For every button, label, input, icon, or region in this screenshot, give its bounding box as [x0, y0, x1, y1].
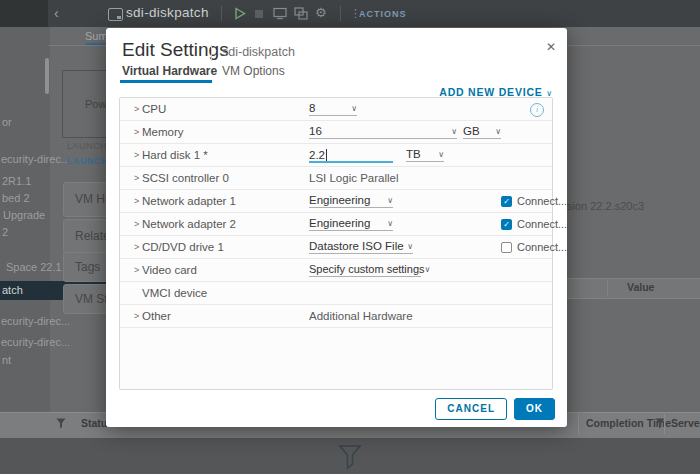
network-2-connect: ✓ Connect... — [496, 218, 567, 230]
title-divider — [211, 45, 212, 61]
expand-chevron-icon[interactable]: > — [134, 127, 142, 137]
cancel-button[interactable]: CANCEL — [435, 398, 507, 420]
tree-item[interactable]: 2R1.1 — [2, 175, 31, 187]
ok-button[interactable]: OK — [514, 398, 555, 420]
video-card-dropdown[interactable]: Specify custom settings∨ — [309, 263, 421, 277]
tree-item[interactable]: ecurity-direc... — [1, 336, 70, 348]
dialog-title: Edit Settings — [122, 39, 229, 61]
row-cd-dvd-drive: > CD/DVD drive 1 Datastore ISO File∨ Con… — [120, 236, 552, 259]
connect-checkbox-checked[interactable]: ✓ — [501, 219, 512, 230]
column-divider — [607, 278, 608, 297]
tree-item[interactable]: nt — [2, 354, 11, 366]
expand-chevron-icon[interactable]: > — [134, 196, 142, 206]
power-off-icon[interactable] — [255, 10, 263, 18]
network-1-dropdown[interactable]: Engineering∨ — [309, 194, 393, 208]
network-2-dropdown[interactable]: Engineering∨ — [309, 217, 393, 231]
empty-filter-funnel-icon — [338, 444, 362, 470]
row-scsi-controller: > SCSI controller 0 LSI Logic Parallel — [120, 167, 552, 190]
clone-icon[interactable] — [294, 7, 308, 20]
vm-icon — [108, 8, 123, 21]
active-tab-underline — [120, 80, 212, 83]
scsi-controller-value: LSI Logic Parallel — [309, 172, 399, 184]
gear-icon[interactable]: ⚙ — [315, 5, 327, 20]
info-icon[interactable]: i — [530, 103, 544, 117]
network-1-connect: ✓ Connect... — [496, 195, 567, 207]
row-hard-disk-1: > Hard disk 1 * 2.2 TB∨ — [120, 144, 552, 167]
expand-chevron-icon[interactable]: > — [134, 150, 142, 160]
expand-chevron-icon[interactable]: > — [134, 219, 142, 229]
expand-chevron-icon[interactable]: > — [134, 242, 142, 252]
object-title-bar: ‹ sdi-diskpatch ⚙ ⋮ ACTIONS — [0, 0, 700, 27]
connect-checkbox-checked[interactable]: ✓ — [501, 196, 512, 207]
chevron-down-icon: ∨ — [387, 196, 393, 206]
hardware-list: > CPU 8∨ i > Memory 16∨ GB∨ > Hard dis — [119, 97, 553, 390]
connect-checkbox-unchecked[interactable] — [501, 242, 512, 253]
hard-disk-size-input[interactable]: 2.2 — [309, 148, 393, 163]
tree-item[interactable]: bed 2 — [2, 192, 30, 204]
chevron-down-icon: ∨ — [451, 127, 457, 137]
row-vmci-device: VMCI device — [120, 282, 552, 305]
collapse-sidebar-icon[interactable]: ‹ — [54, 4, 59, 22]
expand-chevron-icon[interactable]: > — [134, 311, 142, 321]
console-icon[interactable] — [273, 7, 287, 20]
filter-icon[interactable] — [56, 418, 66, 429]
toolbar-divider — [340, 6, 341, 21]
text-caret — [326, 149, 327, 161]
dialog-footer: CANCEL OK — [435, 398, 555, 420]
column-header-value: Value — [627, 281, 654, 293]
tree-item[interactable]: Space 22.1 — [6, 261, 62, 273]
expand-chevron-icon[interactable]: > — [134, 104, 142, 114]
row-cpu: > CPU 8∨ i — [120, 98, 552, 121]
chevron-down-icon: ∨ — [425, 265, 431, 275]
chevron-down-icon: ∨ — [387, 219, 393, 229]
tree-item[interactable]: 2 — [2, 226, 8, 238]
expand-chevron-icon[interactable]: > — [134, 173, 142, 183]
chevron-down-icon: ∨ — [351, 104, 357, 114]
row-network-adapter-1: > Network adapter 1 Engineering∨ ✓ Conne… — [120, 190, 552, 213]
tree-item[interactable]: or — [2, 116, 12, 128]
chevron-down-icon: ∨ — [407, 242, 413, 252]
other-value: Additional Hardware — [309, 310, 413, 322]
cd-dvd-dropdown[interactable]: Datastore ISO File∨ — [309, 240, 413, 254]
tab-vm-options[interactable]: VM Options — [222, 64, 285, 78]
tree-item[interactable]: ecurity-direc... — [1, 315, 70, 327]
vsphere-app: ‹ sdi-diskpatch ⚙ ⋮ ACTIONS or ecurity-d… — [0, 0, 700, 474]
hard-disk-unit-dropdown[interactable]: TB∨ — [406, 148, 444, 162]
tree-item-label: atch — [2, 284, 23, 296]
power-on-icon[interactable] — [233, 7, 247, 20]
chevron-down-icon: ∨ — [495, 127, 501, 137]
tree-item[interactable]: Upgrade — [3, 209, 45, 221]
row-other: > Other Additional Hardware — [120, 305, 552, 328]
column-divider — [664, 414, 665, 434]
dialog-subtitle: sdi-diskpatch — [222, 45, 295, 59]
row-memory: > Memory 16∨ GB∨ — [120, 121, 552, 144]
sidebar-top-edge — [0, 0, 48, 27]
expand-chevron-icon[interactable]: > — [134, 265, 142, 275]
close-icon[interactable]: ✕ — [546, 40, 556, 54]
edit-settings-dialog: Edit Settings sdi-diskpatch ✕ Virtual Ha… — [106, 28, 567, 427]
cd-dvd-connect: Connect... — [496, 241, 567, 253]
row-video-card: > Video card Specify custom settings∨ — [120, 259, 552, 282]
toolbar-divider — [221, 6, 222, 21]
tree-item[interactable]: ecurity-direc... — [1, 153, 70, 165]
row-network-adapter-2: > Network adapter 2 Engineering∨ ✓ Conne… — [120, 213, 552, 236]
column-divider — [578, 414, 579, 434]
actions-menu-button[interactable]: ACTIONS — [359, 9, 407, 19]
version-text: sion 22.2.s20c3 — [567, 200, 644, 212]
vm-title: sdi-diskpatch — [126, 5, 209, 20]
tab-virtual-hardware[interactable]: Virtual Hardware — [122, 64, 217, 78]
memory-dropdown[interactable]: 16∨ — [309, 125, 457, 139]
chevron-down-icon: ∨ — [438, 150, 444, 160]
column-header-server[interactable]: Server — [671, 417, 700, 429]
cpu-dropdown[interactable]: 8∨ — [309, 102, 357, 116]
memory-unit-dropdown[interactable]: GB∨ — [463, 125, 501, 139]
inventory-scrollbar[interactable] — [45, 58, 49, 94]
